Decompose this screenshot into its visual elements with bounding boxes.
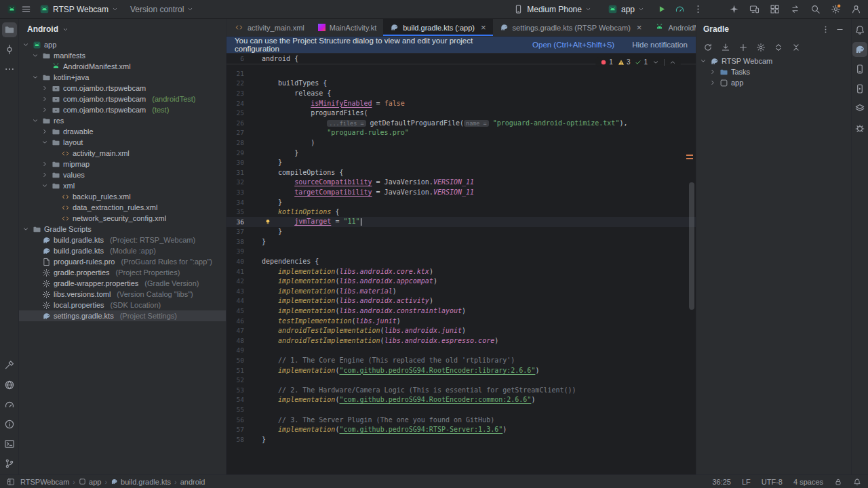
editor-tab[interactable]: MainActivity.kt [311,19,383,36]
chevron-right-icon[interactable] [41,171,49,178]
project-tree-item[interactable]: settings.gradle.kts(Project Settings) [19,310,226,321]
project-tree-item[interactable]: AndroidManifest.xml [19,61,226,72]
prev-problem-icon[interactable] [669,59,676,66]
sync-gradle-icon[interactable] [703,43,713,52]
project-tree-item[interactable]: local.properties(SDK Location) [19,300,226,310]
open-project-structure-link[interactable]: Open (Ctrl+Alt+Shift+S) [532,41,614,49]
project-tree-item[interactable]: com.ojambo.rtspwebcam(androidTest) [19,94,226,104]
project-tree-item[interactable]: drawable [19,126,226,137]
chevron-down-icon[interactable] [652,59,659,66]
code-editor[interactable]: 6android {2122 buildTypes {23 release {2… [226,54,696,474]
project-tree-item[interactable]: values [19,169,226,180]
device-selector[interactable]: Medium Phone [509,3,595,16]
code-line[interactable]: 21 [226,68,696,79]
tool-windows-icon[interactable] [770,4,780,14]
gradle-tree-item[interactable]: app [696,77,851,88]
project-tree-item[interactable]: app [19,39,226,50]
close-tab-icon[interactable]: × [637,23,642,32]
code-line[interactable]: 55 [226,405,696,415]
services-button[interactable] [2,378,17,392]
line-number[interactable]: 34 [226,199,244,206]
device-manager-button[interactable] [852,62,867,77]
settings-icon[interactable] [831,4,841,14]
collapse-all-icon[interactable] [791,43,801,52]
build-button[interactable] [2,358,17,373]
line-number[interactable]: 32 [226,178,244,186]
code-line[interactable]: 50 // 1. The Core Engine (This replaced … [226,355,696,365]
chevron-down-icon[interactable] [22,41,30,48]
line-number[interactable]: 30 [226,159,244,166]
line-number[interactable]: 22 [226,79,244,87]
attach-gradle-project-icon[interactable] [738,43,748,52]
tool-windows-button[interactable] [7,478,15,486]
ai-assistant-icon[interactable] [729,4,739,14]
code-line[interactable]: 24 isMinifyEnabled = false [226,98,696,108]
intention-bulb-icon[interactable] [264,218,271,226]
run-button[interactable] [656,4,667,14]
code-line[interactable]: 30 } [226,157,696,167]
search-everywhere-icon[interactable] [810,4,821,14]
problems-button[interactable] [2,417,17,432]
project-tree-item[interactable]: xml [19,180,226,191]
code-line[interactable]: 47 androidTestImplementation(libs.androi… [226,325,696,336]
chevron-right-icon[interactable] [41,96,49,102]
line-number[interactable]: 37 [226,228,244,235]
code-line[interactable]: 53 // 2. The Hardware/Camera Logic (This… [226,385,696,395]
code-line[interactable]: 49 [226,346,696,356]
chevron-down-icon[interactable] [22,226,30,232]
line-number[interactable]: 46 [226,317,244,325]
code-line[interactable]: 35 kotlinOptions { [226,207,696,217]
indent-style[interactable]: 4 spaces [793,478,823,486]
line-number[interactable]: 6 [226,55,244,62]
code-line[interactable]: 51 implementation("com.github.pedroSG94.… [226,365,696,375]
project-tree-item[interactable]: mipmap [19,159,226,169]
line-number[interactable]: 35 [226,208,244,216]
chevron-right-icon[interactable] [709,68,717,75]
code-line[interactable]: 32 sourceCompatibility = JavaVersion.VER… [226,178,696,188]
line-number[interactable]: 28 [226,139,244,146]
close-tab-icon[interactable]: × [481,23,486,32]
warning-stripe-mark[interactable] [686,155,693,156]
code-line[interactable]: 57 implementation("com.github.pedroSG94:… [226,424,696,434]
breadcrumb-item[interactable]: RTSPWebcam [20,478,69,486]
code-line[interactable]: 42 implementation(libs.androidx.appcompa… [226,276,696,286]
vcs-widget[interactable]: Version control [126,3,197,16]
code-line[interactable]: 31 compileOptions { [226,167,696,178]
line-number[interactable]: 26 [226,119,244,127]
line-number[interactable]: 52 [226,376,244,384]
chevron-right-icon[interactable] [41,128,49,135]
project-tree-item[interactable]: Gradle Scripts [19,224,226,235]
gradle-settings-icon[interactable] [756,43,766,52]
project-tree-item[interactable]: layout [19,137,226,148]
code-line[interactable]: 38} [226,237,696,247]
main-menu-icon[interactable] [21,4,31,14]
project-tree-item[interactable]: com.ojambo.rtspwebcam [19,83,226,94]
inspection-widget[interactable]: 1 3 1 [595,57,681,67]
code-line[interactable]: 40dependencies { [226,256,696,266]
code-line[interactable]: 33 targetCompatibility = JavaVersion.VER… [226,187,696,197]
project-tree-item[interactable]: libs.versions.toml(Version Catalog "libs… [19,289,226,300]
gradle-button[interactable] [852,42,867,57]
code-line[interactable]: 25 proguardFiles( [226,108,696,118]
line-number[interactable]: 41 [226,268,244,275]
caret-position[interactable]: 36:25 [712,478,731,486]
code-line[interactable]: 29 } [226,148,696,158]
line-number[interactable]: 57 [226,426,244,433]
line-number[interactable]: 31 [226,169,244,176]
line-number[interactable]: 47 [226,327,244,334]
project-tree-item[interactable]: proguard-rules.pro(ProGuard Rules for ":… [19,256,226,267]
warning-stripe-mark[interactable] [686,158,693,159]
notifications-button[interactable] [852,22,867,37]
project-tree-item[interactable]: data_extraction_rules.xml [19,202,226,213]
line-number[interactable]: 36 [226,218,244,226]
code-line[interactable]: 34 } [226,197,696,207]
line-number[interactable]: 27 [226,129,244,136]
project-tree-item[interactable]: res [19,115,226,126]
line-number[interactable]: 23 [226,89,244,97]
gradle-tree-item[interactable]: Tasks [696,66,851,77]
code-line[interactable]: 27 "proguard-rules.pro" [226,128,696,138]
project-tree-item[interactable]: network_security_config.xml [19,213,226,224]
project-tree-item[interactable]: activity_main.xml [19,148,226,159]
profiler-button[interactable] [2,397,17,412]
code-line[interactable]: 43 implementation(libs.material) [226,286,696,296]
